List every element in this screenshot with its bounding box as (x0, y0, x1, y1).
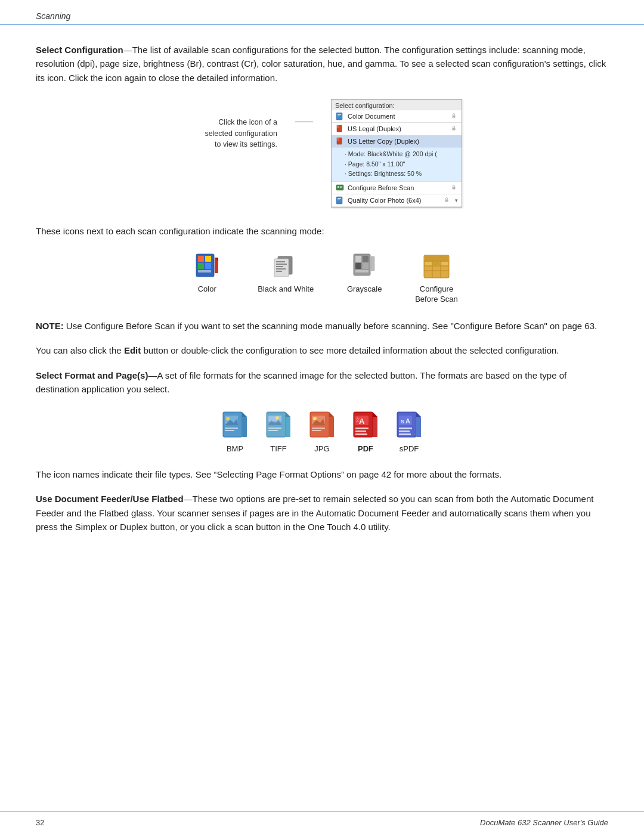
page: Scanning Select Configuration—The list o… (0, 0, 644, 833)
svg-rect-30 (276, 266, 283, 267)
footer-document-title: DocuMate 632 Scanner User's Guide (480, 818, 608, 827)
svg-rect-2 (338, 115, 340, 116)
tiff-label: TIFF (270, 444, 286, 453)
color-scan-label: Color (198, 284, 216, 295)
edit-paragraph: You can also click the Edit button or do… (36, 343, 608, 357)
svg-rect-57 (225, 430, 234, 431)
svg-rect-65 (268, 428, 281, 429)
config-panel-title: Select configuration: (332, 100, 462, 110)
lock-icon-4 (444, 197, 451, 204)
us-letter-label: US Letter Copy (Duplex) (348, 138, 458, 145)
configure-scan-mode-label: ConfigureBefore Scan (415, 284, 458, 305)
spdf-icon: s A (395, 410, 423, 441)
use-feeder-label: Use Document Feeder/Use Flatbed (36, 494, 184, 504)
config-item-us-letter: US Letter Copy (Duplex) (332, 135, 462, 148)
svg-rect-13 (453, 187, 456, 190)
mode-icons-section: Color (36, 252, 608, 305)
svg-marker-85 (416, 412, 421, 417)
config-item-color-document: Color Document (332, 110, 462, 123)
format-icon-spdf: s A sPDF (393, 410, 426, 453)
config-screenshot: Click the icon of a selected configurati… (182, 99, 462, 208)
grayscale-scan-label: Grayscale (347, 284, 382, 295)
format-icon-bmp: BMP (219, 410, 252, 453)
svg-rect-73 (312, 428, 325, 429)
svg-rect-52 (242, 417, 247, 437)
svg-rect-28 (276, 261, 285, 262)
svg-rect-8 (337, 138, 339, 141)
note-paragraph: NOTE: Use Configure Before Scan if you w… (36, 319, 608, 333)
svg-rect-80 (355, 431, 366, 432)
svg-rect-89 (399, 431, 410, 432)
mode-icon-configure: ConfigureBefore Scan (415, 252, 458, 305)
page-footer: 32 DocuMate 632 Scanner User's Guide (0, 812, 644, 833)
mode-icons-row: Color (186, 252, 457, 305)
svg-rect-23 (198, 270, 211, 272)
edit-bold: Edit (124, 345, 141, 355)
note-text: Use Configure Before Scan if you want to… (64, 321, 597, 331)
config-screenshot-box: Click the icon of a selected configurati… (36, 99, 608, 208)
svg-marker-59 (286, 412, 290, 417)
svg-rect-39 (371, 256, 374, 271)
svg-rect-5 (337, 125, 339, 128)
select-format-dash: — (148, 370, 157, 380)
svg-rect-90 (399, 433, 411, 435)
color-doc-icon (335, 112, 345, 120)
config-item-us-letter-detail: · Mode: Black&White @ 200 dpi ( · Page: … (332, 148, 462, 182)
svg-rect-21 (198, 263, 204, 269)
config-click-line2: selected configuration (205, 128, 277, 140)
svg-rect-88 (399, 428, 412, 429)
mode-icon-color: Color (186, 252, 228, 295)
configure-scan-mode-icon (422, 252, 451, 281)
bw-scan-label: Black and White (258, 284, 314, 295)
config-click-line1: Click the icon of a (218, 117, 277, 128)
jpg-label: JPG (314, 444, 329, 453)
svg-rect-11 (340, 186, 342, 187)
mode-icons-paragraph: These icons next to each scan configurat… (36, 224, 608, 238)
lock-icon (451, 113, 458, 120)
scroll-down-icon: ▾ (455, 197, 458, 203)
format-icon-jpg: JPG (306, 410, 339, 453)
format-icon-pdf: A 文 PDF (349, 410, 382, 453)
note-label: NOTE: (36, 321, 64, 331)
svg-rect-6 (453, 128, 456, 130)
svg-rect-29 (276, 264, 287, 265)
select-config-paragraph: Select Configuration—The list of availab… (36, 43, 608, 85)
config-arrow (295, 99, 313, 123)
config-item-us-legal: US Legal (Duplex) (332, 123, 462, 135)
use-feeder-paragraph: Use Document Feeder/Use Flatbed—These tw… (36, 492, 608, 534)
bmp-icon (221, 410, 249, 441)
select-config-label: Select Configuration (36, 45, 123, 55)
svg-text:s: s (401, 417, 404, 425)
spdf-label: sPDF (400, 444, 419, 453)
main-content: Select Configuration—The list of availab… (0, 25, 644, 592)
svg-rect-74 (312, 430, 321, 431)
quality-photo-label: Quality Color Photo (6x4) (348, 197, 441, 204)
svg-rect-3 (453, 115, 456, 117)
config-item-quality-photo: Quality Color Photo (6x4) ▾ (332, 194, 462, 207)
svg-rect-77 (373, 417, 377, 437)
svg-rect-37 (363, 263, 369, 269)
us-legal-label: US Legal (Duplex) (348, 125, 448, 132)
bw-scan-icon (271, 252, 300, 281)
lock-icon-3 (451, 184, 458, 191)
edit-text-1: You can also click the (36, 345, 124, 355)
svg-rect-60 (286, 417, 290, 437)
us-letter-icon (335, 137, 345, 145)
detail-line-2: · Page: 8.50" x 11.00" (345, 159, 458, 169)
svg-rect-81 (355, 433, 367, 435)
use-feeder-dash: — (184, 494, 193, 504)
color-scan-icon (193, 252, 221, 281)
svg-rect-17 (445, 200, 448, 202)
svg-point-63 (275, 416, 279, 420)
svg-rect-20 (205, 256, 211, 262)
svg-rect-19 (198, 256, 204, 262)
svg-rect-12 (340, 187, 342, 188)
svg-rect-10 (338, 186, 339, 188)
format-icon-tiff: TIFF (262, 410, 295, 453)
pdf-label: PDF (358, 444, 373, 453)
svg-rect-34 (355, 256, 361, 262)
config-panel: Select configuration: Color Document (331, 99, 462, 208)
svg-rect-38 (355, 270, 369, 272)
color-doc-label: Color Document (348, 113, 448, 120)
configure-scan-label: Configure Before Scan (348, 184, 448, 191)
